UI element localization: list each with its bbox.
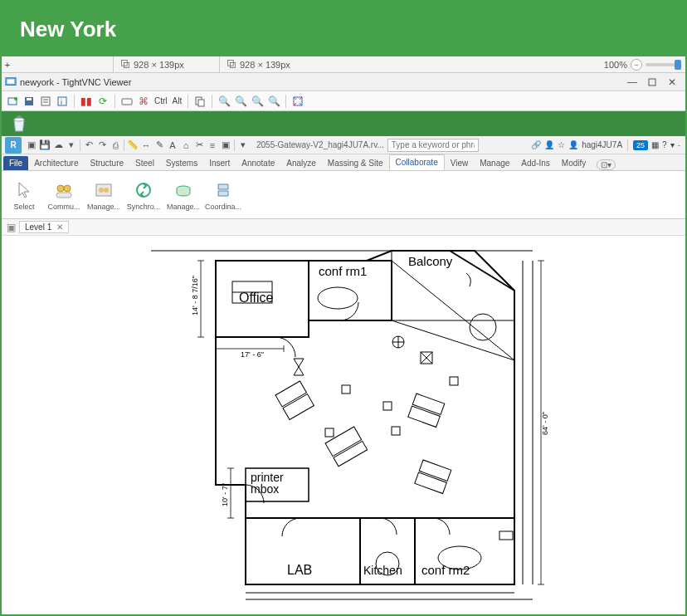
options-icon[interactable]	[38, 94, 53, 109]
vnc-app-icon	[5, 76, 17, 88]
user-profile-icon[interactable]: 👤	[568, 140, 578, 149]
search-input[interactable]	[387, 139, 479, 152]
dim-left-2: 10' - 7"	[221, 483, 229, 506]
app-switcher-icon[interactable]: ▦	[651, 140, 659, 149]
ribbon-minimize-toggle[interactable]: ⊡▾	[597, 159, 616, 170]
svg-point-20	[14, 118, 24, 121]
room-label-conf1: conf rm1	[319, 264, 367, 278]
favorite-icon[interactable]: ☆	[558, 140, 565, 149]
measure-icon[interactable]: 📏	[126, 139, 139, 152]
zoom-100-icon[interactable]: 🔍	[250, 94, 265, 109]
help-icon[interactable]: ?	[662, 140, 667, 149]
tab-view[interactable]: View	[445, 156, 475, 170]
tab-modify[interactable]: Modify	[556, 156, 592, 170]
thin-lines-icon[interactable]: ≡	[206, 139, 219, 152]
svg-rect-51	[419, 460, 451, 481]
coordinate-button[interactable]: Coordina...	[204, 173, 242, 217]
dim-left-1: 14' - 8 7/16"	[191, 276, 199, 315]
dimension-icon[interactable]: ↔	[139, 139, 153, 152]
zoom-control: 100% −	[604, 59, 685, 71]
sync-icon	[133, 179, 154, 201]
add-icon[interactable]: +	[2, 60, 13, 70]
zoom-out-button[interactable]: −	[631, 59, 642, 71]
tab-manage[interactable]: Manage	[474, 156, 515, 170]
send-keys-icon[interactable]: ⌘	[136, 94, 151, 109]
tag-icon[interactable]: ✎	[153, 139, 166, 152]
document-tab-label: Level 1	[25, 222, 51, 232]
search-go-icon[interactable]: 🔗	[531, 140, 541, 149]
svg-rect-54	[383, 402, 392, 410]
manage-models-button[interactable]: Manage...	[164, 173, 202, 217]
notification-badge[interactable]: 25	[633, 140, 648, 150]
open-icon[interactable]: ▣	[25, 139, 38, 152]
vnc-titlebar: newyork - TightVNC Viewer — ✕	[2, 73, 685, 91]
drawing-canvas[interactable]: Office conf rm1 Balcony printermbox LAB …	[2, 236, 685, 612]
ctrl-alt-del-icon[interactable]	[119, 94, 134, 109]
signin-icon[interactable]: 👤	[544, 140, 554, 149]
tab-systems[interactable]: Systems	[160, 156, 203, 170]
pause-icon[interactable]: ▮▮	[79, 94, 94, 109]
tab-structure[interactable]: Structure	[84, 156, 129, 170]
svg-rect-23	[56, 193, 71, 198]
room-label-office: Office	[239, 291, 274, 305]
dropdown-icon[interactable]: ▾	[65, 139, 78, 152]
tab-analyze[interactable]: Analyze	[280, 156, 322, 170]
default3d-icon[interactable]: ⌂	[179, 139, 192, 152]
info-icon[interactable]: i	[55, 94, 70, 109]
sync-icon[interactable]: ☁	[51, 139, 65, 152]
zoom-in-icon[interactable]: 🔍	[217, 94, 231, 109]
svg-point-21	[57, 185, 64, 192]
text-icon[interactable]: A	[166, 139, 179, 152]
zoom-out-icon[interactable]: 🔍	[233, 94, 248, 109]
zoom-percent: 100%	[604, 60, 627, 70]
switch-windows-icon[interactable]: ▾	[236, 139, 250, 152]
tab-addins[interactable]: Add-Ins	[515, 156, 555, 170]
zoom-slider[interactable]	[646, 63, 679, 66]
redo-icon[interactable]: ↷	[95, 139, 109, 152]
svg-rect-1	[124, 62, 129, 67]
manage-collaboration-button[interactable]: Manage...	[85, 173, 123, 217]
room-label-lab: LAB	[287, 563, 312, 577]
close-tab-icon[interactable]: ✕	[56, 222, 63, 232]
chevron-icon[interactable]: ▾	[670, 140, 675, 149]
revit-logo-icon[interactable]: R	[5, 137, 22, 154]
tab-collaborate[interactable]: Collaborate	[389, 154, 445, 170]
communicate-icon	[53, 179, 75, 201]
svg-rect-52	[415, 472, 447, 493]
zoom-slider-thumb[interactable]	[675, 60, 681, 70]
svg-rect-16	[122, 99, 132, 105]
window-maximize-button[interactable]	[642, 75, 662, 90]
floorplan-svg: Office conf rm1 Balcony printermbox LAB …	[2, 236, 687, 609]
tab-steel[interactable]: Steel	[129, 156, 160, 170]
tab-file[interactable]: File	[3, 156, 28, 170]
cursor-icon	[13, 179, 35, 201]
document-tab-level1[interactable]: Level 1 ✕	[19, 221, 69, 233]
zoom-fit-icon[interactable]: 🔍	[266, 94, 281, 109]
crop-icon	[227, 59, 236, 71]
transfer-icon[interactable]	[192, 94, 207, 109]
alt-key-label[interactable]: Alt	[171, 96, 184, 105]
tab-massing-site[interactable]: Massing & Site	[322, 156, 389, 170]
svg-point-27	[137, 183, 150, 197]
fullscreen-icon[interactable]	[290, 94, 305, 109]
refresh-icon[interactable]: ⟳	[95, 94, 110, 109]
new-connection-icon[interactable]	[5, 94, 20, 109]
tab-architecture[interactable]: Architecture	[28, 156, 84, 170]
print-icon[interactable]: ⎙	[109, 139, 122, 152]
svg-rect-48	[334, 441, 368, 466]
window-close-button[interactable]: ✕	[662, 75, 682, 90]
window-minimize-button[interactable]: —	[622, 75, 642, 90]
synchronize-button[interactable]: Synchro...	[124, 173, 163, 217]
select-button[interactable]: Select	[5, 173, 43, 217]
svg-rect-11	[41, 97, 50, 105]
undo-icon[interactable]: ↶	[82, 139, 95, 152]
close-hidden-icon[interactable]: ▣	[219, 139, 232, 152]
ctrl-key-label[interactable]: Ctrl	[153, 96, 169, 105]
section-icon[interactable]: ✂	[192, 139, 206, 152]
save-icon[interactable]: 💾	[38, 139, 51, 152]
tab-annotate[interactable]: Annotate	[236, 156, 280, 170]
save-icon[interactable]	[22, 94, 37, 109]
recycle-bin-icon[interactable]	[10, 115, 28, 133]
communicate-button[interactable]: Commu...	[45, 173, 83, 217]
tab-insert[interactable]: Insert	[203, 156, 236, 170]
